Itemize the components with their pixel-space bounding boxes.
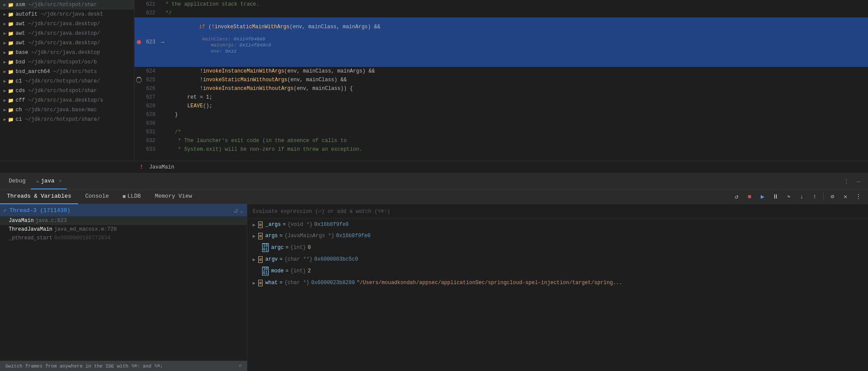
expand-icon-what[interactable]: ▶ [253, 280, 256, 286]
step-over-btn[interactable]: ↷ [783, 191, 795, 203]
folder-icon-cds: 📁 [8, 88, 14, 94]
tree-path-bsd-aarch64: ~/jdk/src/hots [50, 69, 97, 75]
status-close-btn[interactable]: × [238, 363, 242, 369]
line-number-623: 623 [143, 39, 161, 45]
var-value-what-ptr: 0x6000023b8280 [311, 280, 355, 286]
code-line-622: 622 */ [135, 9, 868, 17]
status-text: Switch frames from anywhere in the IDE w… [5, 363, 163, 369]
frame-item-pthread-start[interactable]: _pthread_start 0x0000000180772034 [0, 234, 247, 242]
tree-path-base: ~/jdk/src/java.desktop [28, 50, 100, 56]
line-content-624: !invokeInstanceMainWithArgs(env, mainCla… [161, 68, 868, 74]
tab-memory-view[interactable]: Memory View [148, 189, 199, 204]
tree-arrow-c1: ▶ [3, 79, 6, 84]
debug-toolbar: ↺ ■ ▶ ⏸ ↷ ↓ ↑ ⊘ ✕ ⋮ [730, 191, 868, 203]
folder-icon-awt3: 📁 [8, 40, 14, 46]
tree-path-cds: ~/jdk/src/hotspot/shar [25, 88, 97, 94]
java-tab-close[interactable]: × [59, 179, 62, 184]
expand-icon-args[interactable]: ▶ [253, 233, 256, 239]
tree-arrow-awt2: ▶ [3, 31, 6, 36]
pause-btn[interactable]: ⏸ [769, 191, 782, 203]
memory-view-label: Memory View [155, 193, 192, 199]
breakpoint-dot-623 [137, 40, 141, 44]
tree-item-c1[interactable]: ▶ 📁 c1 ~/jdk/src/hotspot/share/ [0, 76, 134, 86]
frame-item-javamain[interactable]: JavaMain java.c:623 [0, 216, 247, 225]
var-eq-argv: = [279, 256, 283, 262]
line-content-629: } [161, 112, 868, 118]
code-area: ▶ 📁 asm ~/jdk/src/hotspot/shar ▶ 📁 autof… [0, 0, 868, 161]
line-number-631: 631 [143, 129, 161, 135]
tree-arrow-ci: ▶ [3, 117, 6, 122]
line-content-621: * the application stack trace. [161, 1, 868, 7]
var-eq-argc: = [286, 245, 289, 251]
tree-path-awt2: ~/jdk/src/java.desktop/ [25, 30, 100, 36]
expand-icon-args-underscore[interactable]: ▶ [253, 222, 256, 228]
line-number-628: 628 [143, 103, 161, 109]
resume-btn[interactable]: ▶ [756, 191, 769, 203]
var-item-argv[interactable]: ▶ ≡ argv = {char **} 0x6000003bc5c0 [247, 254, 868, 265]
tree-item-bsd-aarch64[interactable]: ▶ 📁 bsd_aarch64 ~/jdk/src/hots [0, 67, 134, 76]
folder-icon-autofit: 📁 [8, 12, 14, 17]
step-into-btn[interactable]: ↓ [796, 191, 808, 203]
tab-console[interactable]: Console [78, 189, 116, 204]
var-item-what[interactable]: ▶ ≡ what = {char *} 0x6000023b8280 "/Use… [247, 277, 868, 288]
var-name-args: args [265, 233, 278, 239]
frame-location-threadjavamain: java_md_macosx.m:720 [54, 226, 117, 232]
thread-expand-btn[interactable]: ⌄ [240, 207, 243, 214]
var-item-args-underscore[interactable]: ▶ ≡ _args = {void *} 0x16b8f9fe0 [247, 219, 868, 230]
tree-name-bsd: bsd [16, 59, 25, 65]
struct-icon-args: ≡ [258, 233, 263, 239]
thread-name: Thread-3 (1711438) [10, 207, 70, 214]
line-number-633: 633 [143, 146, 161, 152]
line-content-627: ret = 1; [161, 94, 868, 100]
line-content-622: */ [161, 10, 868, 16]
tree-item-awt1[interactable]: ▶ 📁 awt ~/jdk/src/java.desktop/ [0, 19, 134, 29]
tree-item-awt2[interactable]: ▶ 📁 awt ~/jdk/src/java.desktop/ [0, 29, 134, 38]
var-item-argc[interactable]: 1001 argc = {int} 0 [247, 242, 868, 254]
filter-icon[interactable]: ⊿ [233, 207, 238, 214]
expand-icon-argv[interactable]: ▶ [253, 257, 256, 262]
more-btn[interactable]: ⋮ [852, 191, 865, 203]
lldb-icon: ▣ [123, 193, 126, 199]
frame-item-threadjavamain[interactable]: ThreadJavaMain java_md_macosx.m:720 [0, 225, 247, 234]
var-value-argv: 0x6000003bc5c0 [314, 256, 358, 262]
code-line-625: 625 !invokeStaticMainWithoutArgs(env, ma… [135, 76, 868, 84]
breadcrumb-bar: ! JavaMain [0, 161, 868, 173]
int-icon-argc: 1001 [262, 243, 269, 252]
tree-item-base[interactable]: ▶ 📁 base ~/jdk/src/java.desktop [0, 48, 134, 57]
lldb-label: LLDB [127, 193, 141, 199]
tree-item-asm[interactable]: ▶ 📁 asm ~/jdk/src/hotspot/shar [0, 0, 134, 10]
step-out-btn[interactable]: ↑ [809, 191, 821, 203]
thread-checkmark: ✓ [3, 207, 7, 214]
panel-settings-btn[interactable]: ⋮ [840, 176, 852, 188]
folder-icon-awt2: 📁 [8, 31, 14, 36]
stop-btn[interactable]: ■ [743, 191, 756, 203]
panel-minimize-btn[interactable]: — [852, 176, 865, 188]
tree-item-ci[interactable]: ▶ 📁 ci ~/jdk/src/hotspot/share/ [0, 115, 134, 124]
tree-name-autofit: autofit [16, 11, 37, 17]
tree-item-autofit[interactable]: ▶ 📁 autofit ~/jdk/src/java.deskt [0, 10, 134, 19]
var-item-args[interactable]: ▶ ≡ args = {JavaMainArgs *} 0x16b8f9fe0 [247, 230, 868, 242]
toolbar-sep [823, 193, 824, 201]
tree-item-cff[interactable]: ▶ 📁 cff ~/jdk/src/java.desktop/s [0, 96, 134, 105]
var-name-argc: argc [271, 245, 284, 251]
tree-item-bsd[interactable]: ▶ 📁 bsd ~/jdk/src/hotspot/os/b [0, 57, 134, 67]
tree-item-cds[interactable]: ▶ 📁 cds ~/jdk/src/hotspot/shar [0, 86, 134, 96]
tree-item-awt3[interactable]: ▶ 📁 awt ~/jdk/src/java.desktop/ [0, 38, 134, 48]
tab-lldb[interactable]: ▣ LLDB [116, 189, 148, 204]
main-container: ▶ 📁 asm ~/jdk/src/hotspot/shar ▶ 📁 autof… [0, 0, 868, 371]
clear-btn[interactable]: ✕ [839, 191, 852, 203]
threads-status-bar: Switch frames from anywhere in the IDE w… [0, 361, 247, 371]
var-eq-what: = [279, 280, 283, 286]
tab-threads-variables[interactable]: Threads & Variables [0, 189, 78, 204]
rerun-btn[interactable]: ↺ [730, 191, 743, 203]
thread-item-thread3[interactable]: ✓ Thread-3 (1711438) ⊿ ⌄ [0, 204, 247, 216]
var-item-mode[interactable]: 1001 mode = {int} 2 [247, 265, 868, 277]
tab-debug[interactable]: Debug [3, 174, 31, 189]
code-line-623[interactable]: 623 → if (!invokeStaticMainWithArgs(env,… [135, 17, 868, 67]
folder-icon-c1: 📁 [8, 79, 14, 84]
tab-java[interactable]: ☕ java × [31, 174, 67, 189]
folder-icon-bsd-aarch64: 📁 [8, 69, 14, 75]
mute-btn[interactable]: ⊘ [826, 191, 838, 203]
tree-item-ch[interactable]: ▶ 📁 ch ~/jdk/src/java.base/mac [0, 105, 134, 115]
code-line-630: 630 [135, 119, 868, 128]
